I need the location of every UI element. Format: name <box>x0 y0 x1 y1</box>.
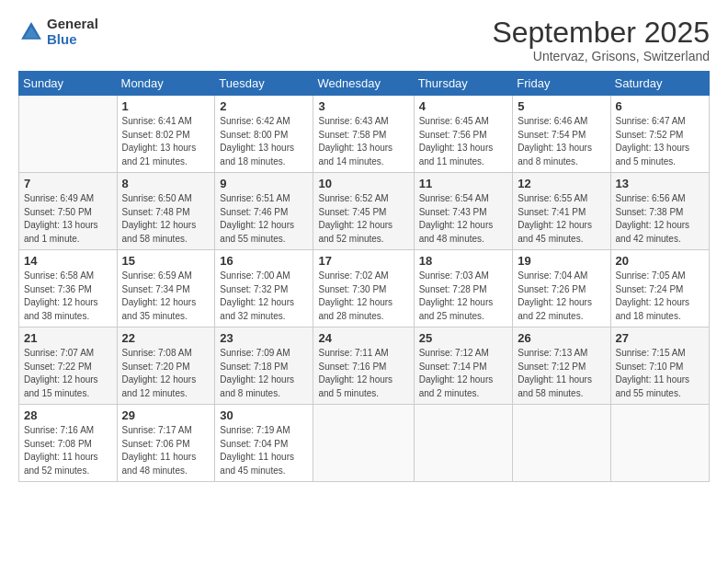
calendar-cell: 14Sunrise: 6:58 AMSunset: 7:36 PMDayligh… <box>19 250 118 327</box>
day-info: Sunrise: 6:52 AMSunset: 7:45 PMDaylight:… <box>318 192 408 246</box>
col-header-tuesday: Tuesday <box>215 72 313 96</box>
day-number: 11 <box>419 177 508 190</box>
calendar-cell: 20Sunrise: 7:05 AMSunset: 7:24 PMDayligh… <box>610 250 709 327</box>
calendar-cell: 11Sunrise: 6:54 AMSunset: 7:43 PMDayligh… <box>414 173 513 250</box>
day-number: 16 <box>220 254 308 268</box>
day-info: Sunrise: 7:02 AMSunset: 7:30 PMDaylight:… <box>318 270 408 323</box>
day-info: Sunrise: 7:00 AMSunset: 7:32 PMDaylight:… <box>220 270 308 323</box>
day-number: 24 <box>318 331 408 345</box>
day-number: 21 <box>24 331 112 345</box>
location-subtitle: Untervaz, Grisons, Switzerland <box>492 49 710 63</box>
calendar-cell: 18Sunrise: 7:03 AMSunset: 7:28 PMDayligh… <box>414 250 513 327</box>
calendar-cell: 16Sunrise: 7:00 AMSunset: 7:32 PMDayligh… <box>215 250 313 327</box>
calendar-cell <box>313 405 414 482</box>
calendar-cell <box>19 96 118 173</box>
calendar-cell: 30Sunrise: 7:19 AMSunset: 7:04 PMDayligh… <box>215 405 313 482</box>
day-number: 2 <box>220 99 308 113</box>
day-info: Sunrise: 6:59 AMSunset: 7:34 PMDaylight:… <box>122 270 210 323</box>
day-number: 8 <box>122 177 210 190</box>
logo-blue-text: Blue <box>47 32 98 48</box>
calendar-cell: 23Sunrise: 7:09 AMSunset: 7:18 PMDayligh… <box>215 327 313 405</box>
day-number: 9 <box>220 177 308 190</box>
calendar-week-row: 14Sunrise: 6:58 AMSunset: 7:36 PMDayligh… <box>19 250 710 327</box>
day-number: 14 <box>24 254 112 268</box>
day-number: 27 <box>616 331 704 345</box>
logo-icon <box>18 19 44 45</box>
day-number: 26 <box>518 331 605 345</box>
calendar-cell: 24Sunrise: 7:11 AMSunset: 7:16 PMDayligh… <box>313 327 414 405</box>
logo: General Blue <box>18 17 98 47</box>
day-number: 22 <box>122 331 210 345</box>
calendar-cell: 26Sunrise: 7:13 AMSunset: 7:12 PMDayligh… <box>513 327 610 405</box>
logo-general-text: General <box>47 17 98 32</box>
day-info: Sunrise: 7:13 AMSunset: 7:12 PMDaylight:… <box>518 347 605 400</box>
calendar-cell: 13Sunrise: 6:56 AMSunset: 7:38 PMDayligh… <box>610 173 709 250</box>
calendar-cell <box>414 405 513 482</box>
day-info: Sunrise: 7:05 AMSunset: 7:24 PMDaylight:… <box>616 270 704 323</box>
day-info: Sunrise: 6:51 AMSunset: 7:46 PMDaylight:… <box>220 192 308 246</box>
day-number: 15 <box>122 254 210 268</box>
day-info: Sunrise: 6:42 AMSunset: 8:00 PMDaylight:… <box>220 115 308 168</box>
day-number: 5 <box>518 99 605 113</box>
calendar-cell: 3Sunrise: 6:43 AMSunset: 7:58 PMDaylight… <box>313 96 414 173</box>
calendar-cell: 15Sunrise: 6:59 AMSunset: 7:34 PMDayligh… <box>117 250 215 327</box>
day-number: 10 <box>318 177 408 190</box>
calendar-cell: 1Sunrise: 6:41 AMSunset: 8:02 PMDaylight… <box>117 96 215 173</box>
day-info: Sunrise: 7:19 AMSunset: 7:04 PMDaylight:… <box>220 424 308 477</box>
calendar-cell: 28Sunrise: 7:16 AMSunset: 7:08 PMDayligh… <box>19 405 118 482</box>
calendar-cell: 22Sunrise: 7:08 AMSunset: 7:20 PMDayligh… <box>117 327 215 405</box>
day-info: Sunrise: 7:07 AMSunset: 7:22 PMDaylight:… <box>24 347 112 400</box>
day-info: Sunrise: 6:45 AMSunset: 7:56 PMDaylight:… <box>419 115 508 168</box>
calendar-cell: 27Sunrise: 7:15 AMSunset: 7:10 PMDayligh… <box>610 327 709 405</box>
day-number: 1 <box>122 99 210 113</box>
calendar-cell: 8Sunrise: 6:50 AMSunset: 7:48 PMDaylight… <box>117 173 215 250</box>
col-header-friday: Friday <box>513 72 610 96</box>
calendar-cell: 21Sunrise: 7:07 AMSunset: 7:22 PMDayligh… <box>19 327 118 405</box>
calendar-week-row: 28Sunrise: 7:16 AMSunset: 7:08 PMDayligh… <box>19 405 710 482</box>
day-info: Sunrise: 7:15 AMSunset: 7:10 PMDaylight:… <box>616 347 704 400</box>
calendar-cell: 4Sunrise: 6:45 AMSunset: 7:56 PMDaylight… <box>414 96 513 173</box>
day-info: Sunrise: 6:43 AMSunset: 7:58 PMDaylight:… <box>318 115 408 168</box>
day-number: 25 <box>419 331 508 345</box>
calendar-week-row: 1Sunrise: 6:41 AMSunset: 8:02 PMDaylight… <box>19 96 710 173</box>
calendar-week-row: 7Sunrise: 6:49 AMSunset: 7:50 PMDaylight… <box>19 173 710 250</box>
calendar-cell: 17Sunrise: 7:02 AMSunset: 7:30 PMDayligh… <box>313 250 414 327</box>
calendar-cell: 12Sunrise: 6:55 AMSunset: 7:41 PMDayligh… <box>513 173 610 250</box>
day-info: Sunrise: 7:04 AMSunset: 7:26 PMDaylight:… <box>518 270 605 323</box>
day-number: 7 <box>24 177 112 190</box>
col-header-thursday: Thursday <box>414 72 513 96</box>
calendar-cell: 10Sunrise: 6:52 AMSunset: 7:45 PMDayligh… <box>313 173 414 250</box>
calendar-cell <box>610 405 709 482</box>
day-info: Sunrise: 6:50 AMSunset: 7:48 PMDaylight:… <box>122 192 210 246</box>
day-number: 12 <box>518 177 605 190</box>
calendar-cell <box>513 405 610 482</box>
day-info: Sunrise: 7:12 AMSunset: 7:14 PMDaylight:… <box>419 347 508 400</box>
day-number: 23 <box>220 331 308 345</box>
col-header-saturday: Saturday <box>610 72 709 96</box>
day-info: Sunrise: 6:56 AMSunset: 7:38 PMDaylight:… <box>616 192 704 246</box>
header: General Blue September 2025 Untervaz, Gr… <box>18 17 710 63</box>
day-info: Sunrise: 7:11 AMSunset: 7:16 PMDaylight:… <box>318 347 408 400</box>
day-info: Sunrise: 7:17 AMSunset: 7:06 PMDaylight:… <box>122 424 210 477</box>
day-info: Sunrise: 7:08 AMSunset: 7:20 PMDaylight:… <box>122 347 210 400</box>
day-number: 18 <box>419 254 508 268</box>
day-info: Sunrise: 6:55 AMSunset: 7:41 PMDaylight:… <box>518 192 605 246</box>
calendar-cell: 19Sunrise: 7:04 AMSunset: 7:26 PMDayligh… <box>513 250 610 327</box>
day-number: 28 <box>24 408 112 422</box>
calendar-table: SundayMondayTuesdayWednesdayThursdayFrid… <box>18 71 710 482</box>
day-info: Sunrise: 6:49 AMSunset: 7:50 PMDaylight:… <box>24 192 112 246</box>
day-info: Sunrise: 6:54 AMSunset: 7:43 PMDaylight:… <box>419 192 508 246</box>
logo-text: General Blue <box>47 17 98 47</box>
day-number: 13 <box>616 177 704 190</box>
calendar-cell: 25Sunrise: 7:12 AMSunset: 7:14 PMDayligh… <box>414 327 513 405</box>
day-info: Sunrise: 6:47 AMSunset: 7:52 PMDaylight:… <box>616 115 704 168</box>
day-number: 4 <box>419 99 508 113</box>
calendar-cell: 5Sunrise: 6:46 AMSunset: 7:54 PMDaylight… <box>513 96 610 173</box>
day-number: 19 <box>518 254 605 268</box>
day-info: Sunrise: 6:58 AMSunset: 7:36 PMDaylight:… <box>24 270 112 323</box>
day-info: Sunrise: 6:46 AMSunset: 7:54 PMDaylight:… <box>518 115 605 168</box>
day-info: Sunrise: 6:41 AMSunset: 8:02 PMDaylight:… <box>122 115 210 168</box>
day-number: 20 <box>616 254 704 268</box>
calendar-cell: 2Sunrise: 6:42 AMSunset: 8:00 PMDaylight… <box>215 96 313 173</box>
day-number: 17 <box>318 254 408 268</box>
